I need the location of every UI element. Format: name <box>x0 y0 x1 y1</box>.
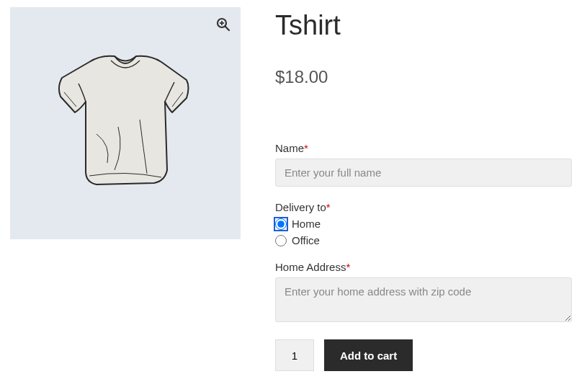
product-image[interactable] <box>10 7 241 239</box>
delivery-option-home: Home <box>275 218 572 230</box>
cart-row: Add to cart <box>275 339 572 371</box>
product-page: Tshirt $18.00 Name* Delivery to* Home Of… <box>10 7 572 371</box>
address-label: Home Address* <box>275 261 572 273</box>
delivery-field-group: Delivery to* Home Office <box>275 201 572 246</box>
radio-home-label[interactable]: Home <box>292 218 321 230</box>
radio-office[interactable] <box>275 235 287 246</box>
address-field-group: Home Address* <box>275 261 572 325</box>
radio-home[interactable] <box>275 218 287 230</box>
zoom-icon[interactable] <box>216 17 230 35</box>
address-input[interactable] <box>275 277 572 322</box>
tshirt-illustration <box>46 40 205 206</box>
add-to-cart-button[interactable]: Add to cart <box>324 339 413 371</box>
delivery-option-office: Office <box>275 234 572 246</box>
product-details: Tshirt $18.00 Name* Delivery to* Home Of… <box>275 7 572 371</box>
quantity-input[interactable] <box>275 339 314 371</box>
radio-office-label[interactable]: Office <box>292 234 320 246</box>
name-input[interactable] <box>275 159 572 187</box>
name-label: Name* <box>275 142 572 154</box>
svg-line-1 <box>225 27 230 31</box>
name-field-group: Name* <box>275 142 572 187</box>
product-price: $18.00 <box>275 67 572 87</box>
product-title: Tshirt <box>275 10 572 41</box>
product-image-column <box>10 7 241 371</box>
delivery-label: Delivery to* <box>275 201 572 213</box>
